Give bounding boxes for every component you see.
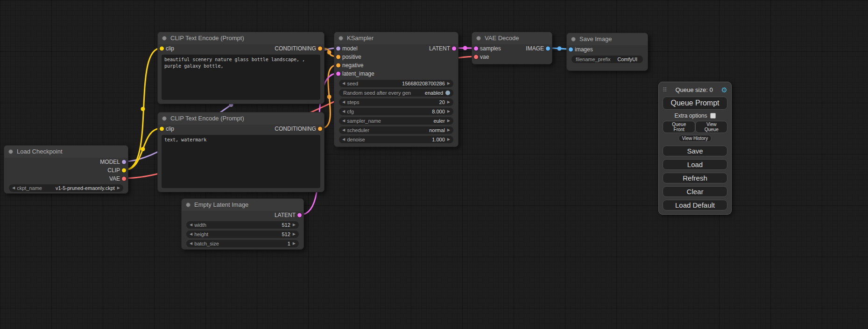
prompt-textarea[interactable]: text, watermark [162,135,320,188]
widget-steps[interactable]: ◀ steps 20 ▶ [339,98,453,106]
output-slot-model[interactable] [122,160,126,164]
output-label-vae: VAE [109,175,120,182]
link-midpoint-dot[interactable] [141,107,145,111]
prompt-textarea[interactable]: beautiful scenery nature glass bottle la… [162,55,320,100]
node-ksampler[interactable]: KSampler model LATENT positive negative … [334,32,459,147]
refresh-button[interactable]: Refresh [663,173,727,183]
decrement-arrow-icon[interactable]: ◀ [342,98,345,106]
output-slot-conditioning[interactable] [318,127,322,131]
slot-row: latent_image [334,70,458,78]
decrement-arrow-icon[interactable]: ◀ [342,80,345,87]
node-status-dot[interactable] [339,36,343,41]
decrement-arrow-icon[interactable]: ◀ [342,108,345,115]
widget-batch-size[interactable]: ◀ batch_size 1 ▶ [186,240,299,247]
save-button[interactable]: Save [663,146,727,156]
decrement-arrow-icon[interactable]: ◀ [190,231,192,238]
node-load-checkpoint[interactable]: Load Checkpoint MODEL CLIP VAE ◀ ckpt_na… [4,145,128,194]
input-slot-negative[interactable] [336,63,340,68]
input-slot-model[interactable] [336,47,340,51]
node-title-bar[interactable]: KSampler [334,32,458,44]
widget-name: ckpt_name [17,185,42,191]
node-title-bar[interactable]: Load Checkpoint [4,146,128,158]
widget-seed[interactable]: ◀ seed 156680208700286 ▶ [339,80,453,87]
queue-prompt-button[interactable]: Queue Prompt [663,97,727,110]
node-empty-latent-image[interactable]: Empty Latent Image LATENT ◀ width 512 ▶ … [181,198,304,250]
decrement-arrow-icon[interactable]: ◀ [190,240,192,247]
output-slot-vae[interactable] [122,177,126,181]
node-status-dot[interactable] [8,149,13,154]
input-slot-vae[interactable] [474,55,478,59]
increment-arrow-icon[interactable]: ▶ [447,117,450,125]
node-status-dot[interactable] [571,37,576,42]
input-slot-clip[interactable] [160,127,164,131]
widget-value: 8.000 [432,109,445,114]
increment-arrow-icon[interactable]: ▶ [447,80,450,87]
input-slot-positive[interactable] [336,55,340,59]
widget-cfg[interactable]: ◀ cfg 8.000 ▶ [339,108,453,115]
load-default-button[interactable]: Load Default [663,200,727,210]
decrement-arrow-icon[interactable]: ◀ [12,184,15,192]
extra-options-checkbox[interactable] [710,113,716,119]
node-title-bar[interactable]: CLIP Text Encode (Prompt) [158,32,324,44]
settings-gear-icon[interactable]: ⚙ [721,86,727,93]
widget-sampler-name[interactable]: ◀ sampler_name euler ▶ [339,117,453,125]
node-title-bar[interactable]: Save Image [567,33,648,45]
node-clip-text-encode-positive[interactable]: CLIP Text Encode (Prompt) clip CONDITION… [157,32,325,104]
widget-denoise[interactable]: ◀ denoise 1.000 ▶ [339,136,453,143]
increment-arrow-icon[interactable]: ▶ [293,231,296,238]
increment-arrow-icon[interactable]: ▶ [117,184,120,192]
input-slot-images[interactable] [569,48,573,52]
link-midpoint-dot[interactable] [463,46,467,50]
node-status-dot[interactable] [162,36,167,41]
queue-buttons-row: Queue Front View Queue [663,121,727,133]
output-slot-image[interactable] [546,47,550,51]
node-title-bar[interactable]: CLIP Text Encode (Prompt) [158,112,324,125]
decrement-arrow-icon[interactable]: ◀ [342,126,345,134]
decrement-arrow-icon[interactable]: ◀ [342,117,345,125]
node-status-dot[interactable] [186,203,191,207]
widget-ckpt-name[interactable]: ◀ ckpt_name v1-5-pruned-emaonly.ckpt ▶ [9,184,123,192]
link-midpoint-dot[interactable] [557,47,562,51]
node-title-bar[interactable]: Empty Latent Image [182,199,303,211]
node-clip-text-encode-negative[interactable]: CLIP Text Encode (Prompt) clip CONDITION… [157,112,325,192]
node-status-dot[interactable] [162,116,167,121]
link-midpoint-dot[interactable] [141,147,145,151]
menu-panel[interactable]: ⠿ Queue size: 0 ⚙ Queue Prompt Extra opt… [658,82,732,215]
load-button[interactable]: Load [663,159,727,170]
output-slot-latent[interactable] [297,213,302,217]
graph-canvas[interactable]: Load Checkpoint MODEL CLIP VAE ◀ ckpt_na… [0,0,868,329]
widget-width[interactable]: ◀ width 512 ▶ [186,221,299,229]
clear-button[interactable]: Clear [663,186,727,197]
drag-handle-icon[interactable]: ⠿ [663,86,667,93]
decrement-arrow-icon[interactable]: ◀ [190,221,192,229]
input-slot-clip[interactable] [160,47,164,51]
widget-name: width [194,222,206,228]
input-slot-samples[interactable] [474,47,478,51]
increment-arrow-icon[interactable]: ▶ [293,221,296,229]
decrement-arrow-icon[interactable]: ◀ [342,136,345,143]
menu-header: ⠿ Queue size: 0 ⚙ [663,85,727,94]
output-slot-conditioning[interactable] [318,47,322,51]
link-midpoint-dot[interactable] [327,95,332,99]
widget-random-seed-toggle[interactable]: Random seed after every gen enabled [339,89,453,97]
node-status-dot[interactable] [476,36,481,41]
output-slot-latent[interactable] [452,47,456,51]
queue-front-button[interactable]: Queue Front [663,121,695,133]
link-midpoint-dot[interactable] [327,50,332,55]
toggle-knob[interactable] [445,91,450,95]
increment-arrow-icon[interactable]: ▶ [447,136,450,143]
input-slot-latent-image[interactable] [336,72,340,76]
increment-arrow-icon[interactable]: ▶ [447,126,450,134]
output-slot-clip[interactable] [122,168,126,173]
increment-arrow-icon[interactable]: ▶ [447,108,450,115]
widget-height[interactable]: ◀ height 512 ▶ [186,231,299,238]
node-vae-decode[interactable]: VAE Decode samples IMAGE vae [472,32,552,64]
node-save-image[interactable]: Save Image images filename_prefix ComfyU… [566,33,648,71]
increment-arrow-icon[interactable]: ▶ [293,240,296,247]
view-history-button[interactable]: View History [678,135,712,142]
increment-arrow-icon[interactable]: ▶ [447,98,450,106]
view-queue-button[interactable]: View Queue [695,121,727,133]
widget-scheduler[interactable]: ◀ scheduler normal ▶ [339,126,453,134]
widget-filename-prefix[interactable]: filename_prefix ComfyUI [572,56,643,63]
node-title-bar[interactable]: VAE Decode [472,32,552,44]
